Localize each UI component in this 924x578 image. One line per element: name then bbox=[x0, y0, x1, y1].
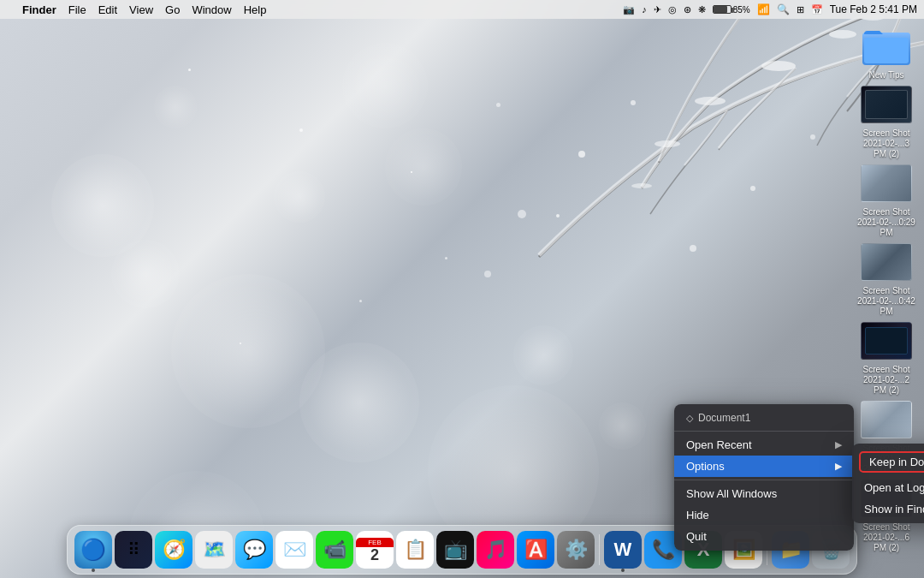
svg-point-7 bbox=[761, 61, 796, 71]
context-menu-separator-mid bbox=[674, 480, 854, 480]
wifi-icon[interactable]: ⊛ bbox=[684, 4, 691, 15]
desktop-icon-label-screenshot6: Screen Shot2021-02-...6 PM (2) bbox=[856, 522, 916, 553]
dock-item-facetime[interactable]: 📹 bbox=[316, 531, 353, 569]
context-menu: ◇ Document1 Open Recent ▶ Options ▶ Show… bbox=[674, 404, 854, 551]
webcam-icon[interactable]: 📷 bbox=[623, 4, 635, 15]
svg-point-1 bbox=[631, 100, 636, 105]
desktop-icon-label-new-tips: New Tips bbox=[868, 70, 903, 80]
control-center-icon[interactable]: ⊞ bbox=[797, 4, 804, 15]
keep-in-dock-label: Keep in Dock bbox=[869, 456, 924, 468]
desktop-icon-label-screenshot2: Screen Shot2021-02-...0:29 PM bbox=[856, 207, 916, 238]
circle-icon[interactable]: ◎ bbox=[668, 4, 677, 15]
dock-item-systemprefs[interactable]: ⚙️ bbox=[557, 531, 595, 569]
papercrane-icon[interactable]: ✈ bbox=[654, 4, 661, 15]
svg-point-3 bbox=[750, 186, 755, 191]
dock-item-appstore[interactable]: 🅰️ bbox=[517, 531, 554, 569]
context-menu-header-icon: ◇ bbox=[686, 413, 693, 424]
context-menu-quit[interactable]: Quit bbox=[674, 526, 854, 547]
dock-item-safari[interactable]: 🧭 bbox=[155, 531, 192, 569]
dock-item-word[interactable]: W bbox=[604, 531, 642, 569]
search-icon[interactable]: 🔍 bbox=[777, 3, 790, 15]
menubar-go[interactable]: Go bbox=[165, 3, 180, 16]
svg-point-0 bbox=[578, 151, 585, 158]
svg-point-11 bbox=[829, 30, 856, 39]
battery-icon[interactable]: 85% bbox=[713, 5, 750, 15]
menubar-window[interactable]: Window bbox=[192, 3, 231, 16]
dock-item-maps[interactable]: 🗺️ bbox=[195, 531, 233, 569]
desktop-icon-label-screenshot3: Screen Shot2021-02-...0:42 PM bbox=[856, 286, 916, 317]
hide-label: Hide bbox=[686, 509, 709, 521]
context-menu-show-all-windows[interactable]: Show All Windows bbox=[674, 483, 854, 504]
menubar-finder[interactable]: Finder bbox=[22, 3, 56, 16]
menubar-left: Finder File Edit View Go Window Help bbox=[7, 3, 266, 16]
svg-point-6 bbox=[484, 271, 491, 277]
dock-item-messages[interactable]: 💬 bbox=[235, 531, 273, 569]
options-arrow: ▶ bbox=[835, 461, 842, 472]
notifications-icon[interactable]: 📅 bbox=[811, 4, 823, 15]
dock-item-reminders[interactable]: 📋 bbox=[396, 531, 434, 569]
desktop-icon-screenshot3[interactable]: Screen Shot2021-02-...0:42 PM bbox=[856, 243, 917, 317]
context-menu-header-label: Document1 bbox=[698, 412, 750, 424]
dock-item-calendar[interactable]: FEB 2 bbox=[356, 531, 394, 569]
menubar: Finder File Edit View Go Window Help 📷 ♪… bbox=[0, 0, 924, 19]
desktop-icon-new-tips[interactable]: New Tips bbox=[856, 26, 917, 80]
bluetooth-icon[interactable]: ❋ bbox=[698, 4, 706, 15]
desktop-icon-label-screenshot1: Screen Shot2021-02-...3 PM (2) bbox=[856, 128, 916, 159]
svg-point-2 bbox=[518, 210, 526, 218]
svg-point-9 bbox=[654, 140, 680, 147]
menubar-right: 📷 ♪ ✈ ◎ ⊛ ❋ 85% 📶 🔍 ⊞ 📅 Tue Feb 2 5:41 P… bbox=[623, 3, 917, 15]
desktop-branches bbox=[368, 0, 924, 445]
dock-item-mail[interactable]: ✉️ bbox=[275, 531, 313, 569]
desktop-icon-screenshot1[interactable]: Screen Shot2021-02-...3 PM (2) bbox=[856, 86, 917, 159]
dock-separator bbox=[599, 534, 600, 565]
wifi-signal-icon[interactable]: 📶 bbox=[757, 3, 770, 15]
dock-item-launchpad[interactable]: ⠿ bbox=[115, 531, 152, 569]
open-at-login-label: Open at Login bbox=[864, 481, 924, 494]
music-icon[interactable]: ♪ bbox=[642, 4, 647, 15]
submenu-keep-in-dock-wrapper: Keep in Dock bbox=[852, 447, 924, 477]
menubar-view[interactable]: View bbox=[129, 3, 153, 16]
open-recent-arrow: ▶ bbox=[835, 439, 842, 450]
desktop-icon-screenshot4[interactable]: Screen Shot2021-02-...2 PM (2) bbox=[856, 322, 917, 396]
svg-rect-15 bbox=[864, 38, 909, 63]
dock-item-word-dot bbox=[621, 569, 625, 572]
show-in-finder-label: Show in Finder bbox=[864, 503, 924, 515]
context-menu-hide[interactable]: Hide bbox=[674, 504, 854, 526]
desktop-icon-label-screenshot4: Screen Shot2021-02-...2 PM (2) bbox=[856, 365, 916, 396]
dock-item-appletv[interactable]: 📺 bbox=[436, 531, 474, 569]
dock-item-finder[interactable]: 🔵 bbox=[74, 531, 112, 569]
menubar-file[interactable]: File bbox=[68, 3, 86, 16]
dock-item-finder-dot bbox=[92, 569, 95, 572]
context-menu-options[interactable]: Options ▶ bbox=[674, 456, 854, 477]
submenu-keep-in-dock[interactable]: Keep in Dock bbox=[859, 451, 924, 473]
open-recent-label: Open Recent bbox=[686, 438, 752, 451]
context-menu-separator-top bbox=[674, 431, 854, 432]
show-all-windows-label: Show All Windows bbox=[686, 487, 777, 500]
desktop-icon-screenshot2[interactable]: Screen Shot2021-02-...0:29 PM bbox=[856, 164, 917, 238]
svg-point-10 bbox=[631, 183, 652, 188]
dock-item-music[interactable]: 🎵 bbox=[477, 531, 514, 569]
menubar-edit[interactable]: Edit bbox=[98, 3, 117, 16]
datetime: Tue Feb 2 5:41 PM bbox=[830, 3, 917, 15]
submenu-show-in-finder[interactable]: Show in Finder bbox=[852, 498, 924, 520]
svg-point-5 bbox=[810, 134, 815, 140]
svg-point-8 bbox=[695, 97, 726, 105]
options-label: Options bbox=[686, 460, 725, 473]
context-menu-open-recent[interactable]: Open Recent ▶ bbox=[674, 434, 854, 456]
quit-label: Quit bbox=[686, 530, 707, 543]
context-menu-header: ◇ Document1 bbox=[674, 408, 854, 428]
options-submenu: Keep in Dock Open at Login Show in Finde… bbox=[852, 444, 924, 523]
svg-point-4 bbox=[690, 245, 696, 252]
menubar-help[interactable]: Help bbox=[244, 3, 267, 16]
submenu-open-at-login[interactable]: Open at Login bbox=[852, 477, 924, 498]
